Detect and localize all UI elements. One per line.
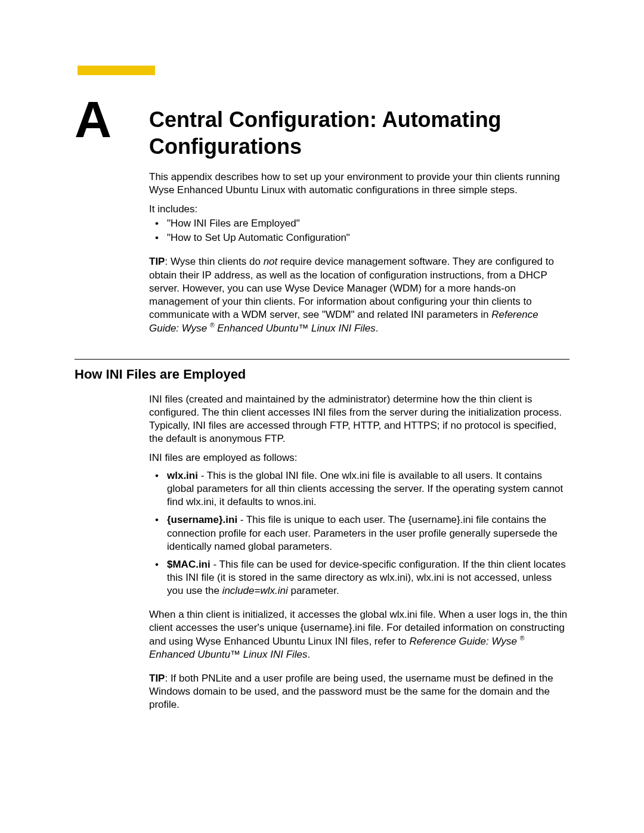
appendix-header: A Central Configuration: Automating Conf… — [75, 99, 569, 160]
ini-param: include=wlx.ini — [222, 585, 288, 596]
list-item: $MAC.ini - This file can be used for dev… — [149, 558, 569, 597]
reference-guide: Reference Guide: Wyse — [409, 636, 516, 647]
reg-mark: ® — [517, 636, 524, 647]
body-column: This appendix describes how to set up yo… — [149, 171, 569, 335]
section-rule — [75, 359, 569, 360]
ini-name: wlx.ini — [167, 470, 198, 481]
ini-desc: parameter. — [288, 585, 339, 596]
appendix-letter: A — [75, 99, 149, 140]
tip-text: : If both PNLite and a user profile are … — [149, 673, 553, 710]
list-item: wlx.ini - This is the global INI file. O… — [149, 469, 569, 509]
includes-list: "How INI Files are Employed" "How to Set… — [149, 217, 569, 244]
ini-list: wlx.ini - This is the global INI file. O… — [149, 469, 569, 597]
includes-lead: It includes: — [149, 203, 569, 216]
ini-name: {username}.ini — [167, 514, 237, 525]
tip-not: not — [264, 256, 278, 267]
tip-label: TIP — [149, 673, 165, 684]
tip-label: TIP — [149, 256, 165, 267]
tip-text: : Wyse thin clients do — [165, 256, 263, 267]
page: A Central Configuration: Automating Conf… — [0, 0, 644, 747]
body-column: INI files (created and maintained by the… — [149, 393, 569, 712]
list-item: "How to Set Up Automatic Configuration" — [149, 231, 569, 244]
list-item: {username}.ini - This file is unique to … — [149, 513, 569, 553]
ini-desc: - This is the global INI file. One wlx.i… — [167, 470, 563, 507]
section-heading: How INI Files are Employed — [75, 367, 569, 382]
tip-paragraph: TIP: Wyse thin clients do not require de… — [149, 255, 569, 335]
page-title: Central Configuration: Automating Config… — [149, 106, 569, 160]
reg-mark: ® — [207, 323, 214, 334]
period: . — [376, 323, 379, 334]
intro-paragraph: This appendix describes how to set up yo… — [149, 171, 569, 197]
list-item: "How INI Files are Employed" — [149, 217, 569, 230]
section-paragraph: INI files (created and maintained by the… — [149, 393, 569, 445]
ini-name: $MAC.ini — [167, 559, 210, 570]
ini-lead: INI files are employed as follows: — [149, 451, 569, 465]
section-paragraph: When a thin client is initialized, it ac… — [149, 608, 569, 661]
accent-bar — [78, 66, 155, 75]
reference-guide: Enhanced Ubuntu™ Linux INI Files — [149, 649, 308, 660]
reference-guide: Enhanced Ubuntu™ Linux INI Files — [215, 323, 376, 334]
tip-paragraph: TIP: If both PNLite and a user profile a… — [149, 672, 569, 711]
period: . — [308, 649, 311, 660]
